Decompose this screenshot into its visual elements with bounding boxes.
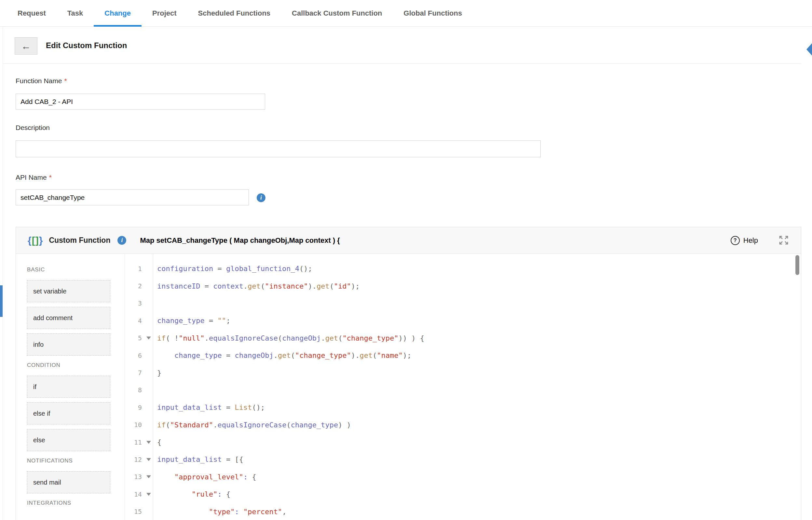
tab-task[interactable]: Task: [57, 0, 94, 27]
code-text: {: [153, 438, 162, 446]
palette-section-basic: BASIC: [27, 266, 125, 273]
code-text: input_data_list = List();: [153, 403, 265, 412]
palette-item-else-if[interactable]: else if: [27, 402, 110, 424]
expand-button[interactable]: [778, 235, 789, 246]
code-line-1[interactable]: 1configuration = global_function_4();: [125, 260, 801, 277]
line-number: 11: [134, 438, 142, 446]
function-name-input[interactable]: [16, 94, 265, 109]
code-line-12[interactable]: 12input_data_list = [{: [125, 451, 801, 468]
gutter-separator: [153, 254, 153, 520]
code-text: configuration = global_function_4();: [153, 264, 312, 273]
palette-section-notifications: NOTIFICATIONS: [27, 458, 125, 464]
icon-bracket-close: ]: [35, 235, 39, 246]
line-gutter: 5: [125, 330, 153, 347]
top-tab-bar: RequestTaskChangeProjectScheduled Functi…: [0, 0, 812, 27]
description-input[interactable]: [16, 140, 541, 157]
palette-item-info[interactable]: info: [27, 334, 110, 356]
expand-icon: [779, 235, 789, 245]
palette-item-send-mail[interactable]: send mail: [27, 471, 110, 493]
description-label: Description: [16, 124, 50, 132]
palette-item-set-variable[interactable]: set variable: [27, 280, 110, 302]
help-button[interactable]: ? Help: [731, 236, 758, 245]
tab-change[interactable]: Change: [94, 0, 142, 27]
code-line-8[interactable]: 8: [125, 382, 801, 399]
api-name-info-icon[interactable]: i: [257, 193, 266, 202]
code-line-10[interactable]: 10if("Standard".equalsIgnoreCase(change_…: [125, 416, 801, 434]
line-gutter: 7: [125, 364, 153, 381]
tab-global-functions[interactable]: Global Functions: [393, 0, 473, 27]
line-gutter: 6: [125, 347, 153, 364]
code-editor[interactable]: 1configuration = global_function_4();2in…: [125, 254, 801, 520]
left-panel-handle[interactable]: [0, 285, 3, 317]
line-number: 6: [138, 352, 142, 360]
content-left-border: [3, 27, 3, 520]
custom-function-title: Custom Function: [49, 236, 110, 245]
code-line-4[interactable]: 4change_type = "";: [125, 312, 801, 329]
line-gutter: 13: [125, 468, 153, 486]
required-asterisk: *: [64, 77, 67, 84]
custom-function-panel: { [ ] } Custom Function i Map setCAB_cha…: [16, 227, 801, 520]
tab-request[interactable]: Request: [7, 0, 57, 27]
line-number: 12: [134, 456, 142, 464]
custom-function-info-icon[interactable]: i: [118, 236, 126, 245]
palette-item-else[interactable]: else: [27, 429, 110, 451]
code-line-14[interactable]: 14 "rule": {: [125, 486, 801, 503]
api-name-input[interactable]: [16, 189, 249, 205]
code-line-7[interactable]: 7}: [125, 364, 801, 381]
line-number: 2: [138, 282, 142, 290]
custom-function-body: BASICset variableadd commentinfoCONDITIO…: [16, 254, 801, 520]
icon-brace-close: }: [39, 235, 43, 246]
code-line-5[interactable]: 5if( !"null".equalsIgnoreCase(changeObj.…: [125, 330, 801, 347]
line-number: 5: [138, 334, 142, 342]
api-name-label: API Name*: [16, 174, 52, 181]
palette-item-add-comment[interactable]: add comment: [27, 307, 110, 329]
api-name-label-text: API Name: [16, 174, 47, 181]
fold-arrow-icon[interactable]: [146, 475, 151, 478]
palette-section-condition: CONDITION: [27, 362, 125, 368]
line-number: 15: [134, 508, 142, 516]
code-text: "approval_level": {: [153, 473, 256, 481]
back-button[interactable]: ←: [15, 37, 38, 55]
help-label: Help: [743, 236, 758, 245]
line-number: 8: [138, 386, 142, 394]
code-line-3[interactable]: 3: [125, 295, 801, 312]
fold-arrow-icon[interactable]: [146, 441, 151, 444]
line-gutter: 2: [125, 277, 153, 294]
function-name-label-text: Function Name: [16, 77, 62, 84]
code-line-9[interactable]: 9input_data_list = List();: [125, 399, 801, 416]
fold-arrow-icon[interactable]: [146, 337, 151, 340]
line-gutter: 10: [125, 416, 153, 434]
icon-brace-open: {: [28, 235, 32, 246]
palette-section-integrations: INTEGRATIONS: [27, 500, 125, 506]
code-line-6[interactable]: 6 change_type = changeObj.get("change_ty…: [125, 347, 801, 364]
code-line-13[interactable]: 13 "approval_level": {: [125, 468, 801, 486]
back-arrow-icon: ←: [21, 41, 31, 51]
line-number: 4: [138, 317, 142, 325]
required-asterisk: *: [49, 174, 52, 181]
palette-item-if[interactable]: if: [27, 376, 110, 398]
code-text: }: [153, 369, 162, 377]
line-gutter: 4: [125, 312, 153, 329]
line-number: 1: [138, 265, 142, 273]
code-text: if( !"null".equalsIgnoreCase(changeObj.g…: [153, 334, 424, 342]
tab-project[interactable]: Project: [142, 0, 188, 27]
right-panel-handle-icon[interactable]: [807, 43, 812, 56]
editor-scrollbar[interactable]: [795, 255, 799, 275]
tab-scheduled-functions[interactable]: Scheduled Functions: [188, 0, 281, 27]
page: RequestTaskChangeProjectScheduled Functi…: [0, 0, 812, 520]
code-lines: 1configuration = global_function_4();2in…: [125, 260, 801, 520]
fold-arrow-icon[interactable]: [146, 493, 151, 496]
description-label-text: Description: [16, 124, 50, 131]
function-name-label: Function Name*: [16, 77, 67, 85]
tab-callback-custom-function[interactable]: Callback Custom Function: [281, 0, 393, 27]
icon-bracket-open: [: [32, 235, 35, 246]
code-line-11[interactable]: 11{: [125, 434, 801, 451]
fold-arrow-icon[interactable]: [146, 458, 151, 461]
line-number: 13: [134, 473, 142, 481]
code-line-2[interactable]: 2instanceID = context.get("instance").ge…: [125, 277, 801, 294]
line-gutter: 1: [125, 260, 153, 277]
code-text: "rule": {: [153, 490, 230, 498]
header-divider: [3, 63, 801, 64]
code-line-15[interactable]: 15 "type": "percent",: [125, 503, 801, 520]
line-number: 10: [134, 421, 142, 429]
